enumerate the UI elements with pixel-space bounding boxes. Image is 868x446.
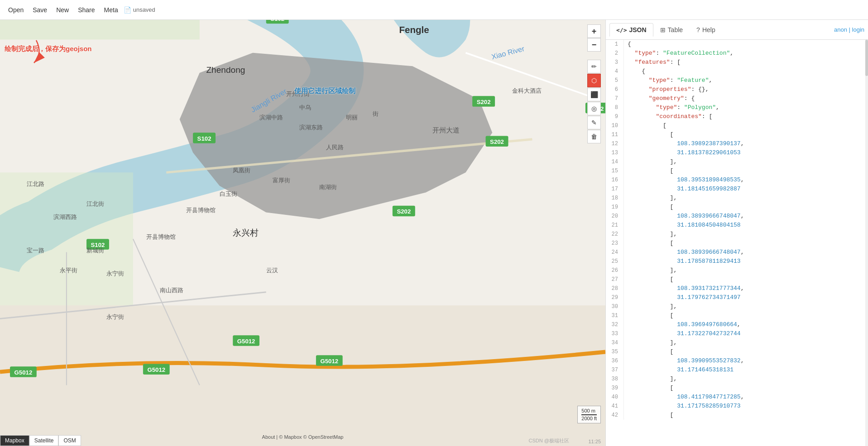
svg-text:开县博物馆: 开县博物馆 bbox=[186, 207, 216, 214]
svg-text:永宁街: 永宁街 bbox=[106, 270, 124, 277]
json-line: 38 ], bbox=[606, 375, 868, 384]
tab-mapbox[interactable]: Mapbox bbox=[0, 435, 29, 446]
map-area[interactable]: S102 S102 S102 S102 S102 S305 S202 S202 bbox=[0, 20, 605, 446]
svg-text:凤凰街: 凤凰街 bbox=[233, 167, 250, 174]
json-line: 30 ], bbox=[606, 302, 868, 311]
json-line: 5 "type": "Feature", bbox=[606, 76, 868, 85]
line-number: 40 bbox=[606, 393, 624, 402]
line-content: 31.173227042732744 bbox=[628, 329, 868, 338]
svg-text:S202: S202 bbox=[477, 99, 491, 105]
line-number: 12 bbox=[606, 139, 624, 148]
scroll-thumb[interactable] bbox=[865, 40, 868, 76]
line-content: [ bbox=[628, 166, 868, 176]
toolbar: Open Save New Share Meta 📄 unsaved bbox=[0, 0, 868, 20]
line-number: 34 bbox=[606, 338, 624, 347]
json-line: 32 108.3969497680664, bbox=[606, 320, 868, 329]
line-number: 35 bbox=[606, 347, 624, 356]
polygon-tool-button[interactable]: ⬡ bbox=[587, 74, 601, 87]
line-content: ], bbox=[628, 375, 868, 384]
line-number: 25 bbox=[606, 257, 624, 266]
main-content: S102 S102 S102 S102 S102 S305 S202 S202 bbox=[0, 20, 868, 446]
svg-text:G5012: G5012 bbox=[147, 366, 165, 373]
draw-annotation-text: 使用它进行区域绘制 bbox=[294, 87, 355, 95]
timestamp: 11:25 bbox=[588, 439, 601, 444]
line-content: 108.38939666748047, bbox=[628, 248, 868, 257]
tab-help[interactable]: ? Help bbox=[690, 23, 722, 37]
json-editor[interactable]: 1{2 "type": "FeatureCollection",3 "featu… bbox=[606, 40, 868, 446]
line-number: 30 bbox=[606, 302, 624, 311]
line-content: [ bbox=[628, 130, 868, 139]
json-line: 28 108.39317321777344, bbox=[606, 284, 868, 293]
json-line: 39 [ bbox=[606, 384, 868, 393]
tab-satellite[interactable]: Satellite bbox=[29, 435, 59, 446]
help-tab-label: Help bbox=[702, 26, 715, 33]
line-content: 108.39909553527832, bbox=[628, 356, 868, 365]
json-line: 4 { bbox=[606, 67, 868, 76]
svg-text:开县博物馆: 开县博物馆 bbox=[146, 233, 176, 240]
scale-2000ft: 2000 ft bbox=[581, 416, 597, 421]
json-line: 6 "properties": {}, bbox=[606, 85, 868, 94]
svg-text:永平街: 永平街 bbox=[60, 267, 77, 274]
share-button[interactable]: Share bbox=[74, 5, 98, 15]
line-number: 3 bbox=[606, 58, 624, 67]
line-content: 31.1714645318131 bbox=[628, 365, 868, 375]
pencil-tool-button[interactable]: ✏ bbox=[587, 60, 601, 73]
draw-annotation: 使用它进行区域绘制 bbox=[294, 87, 355, 95]
line-number: 36 bbox=[606, 356, 624, 365]
rectangle-tool-button[interactable]: ⬛ bbox=[587, 88, 601, 101]
line-number: 39 bbox=[606, 384, 624, 393]
svg-text:宝一路: 宝一路 bbox=[27, 247, 44, 254]
csdn-watermark: CSDN @极端社区 bbox=[529, 437, 569, 444]
location-tool-button[interactable]: ◎ bbox=[587, 102, 601, 115]
line-content: "geometry": { bbox=[628, 94, 868, 103]
json-line: 22 ], bbox=[606, 230, 868, 239]
svg-text:新城街: 新城街 bbox=[86, 247, 104, 254]
new-button[interactable]: New bbox=[53, 5, 72, 15]
svg-text:街: 街 bbox=[373, 110, 379, 117]
scale-bar: 500 m 2000 ft bbox=[577, 406, 601, 423]
line-content: ], bbox=[628, 230, 868, 239]
line-content: ], bbox=[628, 302, 868, 311]
line-number: 24 bbox=[606, 248, 624, 257]
json-line: 27 [ bbox=[606, 275, 868, 284]
line-content: "properties": {}, bbox=[628, 85, 868, 94]
svg-text:江北街: 江北街 bbox=[86, 200, 104, 207]
line-number: 11 bbox=[606, 130, 624, 139]
anon-link[interactable]: anon bbox=[834, 26, 847, 33]
tab-table[interactable]: ⊞ Table bbox=[653, 23, 690, 37]
line-number: 37 bbox=[606, 365, 624, 375]
table-tab-label: Table bbox=[668, 26, 683, 33]
json-line: 21 31.181084504804158 bbox=[606, 221, 868, 230]
meta-button[interactable]: Meta bbox=[101, 5, 122, 15]
svg-text:Zhendong: Zhendong bbox=[206, 65, 245, 75]
file-icon: 📄 bbox=[124, 6, 131, 14]
zoom-out-button[interactable]: − bbox=[587, 38, 601, 52]
tab-json[interactable]: </> JSON bbox=[609, 23, 653, 37]
json-line: 15 [ bbox=[606, 166, 868, 176]
delete-tool-button[interactable]: 🗑 bbox=[587, 130, 601, 143]
json-tab-label: JSON bbox=[629, 26, 646, 33]
login-link[interactable]: login bbox=[852, 26, 864, 33]
json-line: 40 108.41179847717285, bbox=[606, 393, 868, 402]
svg-text:S202: S202 bbox=[397, 208, 411, 215]
line-number: 5 bbox=[606, 76, 624, 85]
tab-osm[interactable]: OSM bbox=[58, 435, 81, 446]
save-button[interactable]: Save bbox=[29, 5, 51, 15]
unsaved-text: unsaved bbox=[133, 6, 155, 13]
json-line: 24 108.38939666748047, bbox=[606, 248, 868, 257]
svg-text:滨湖中路: 滨湖中路 bbox=[259, 114, 283, 121]
zoom-in-button[interactable]: + bbox=[587, 24, 601, 38]
line-content: ], bbox=[628, 194, 868, 203]
edit-tool-button[interactable]: ✎ bbox=[587, 116, 601, 129]
auth-separator: | bbox=[849, 26, 852, 33]
svg-text:S102: S102 bbox=[270, 20, 284, 22]
line-number: 29 bbox=[606, 293, 624, 302]
right-panel: </> JSON ⊞ Table ? Help anon | login 1{2… bbox=[605, 20, 868, 446]
line-content: [ bbox=[628, 311, 868, 320]
line-number: 1 bbox=[606, 40, 624, 49]
open-button[interactable]: Open bbox=[5, 5, 27, 15]
json-line: 31 [ bbox=[606, 311, 868, 320]
json-line: 34 ], bbox=[606, 338, 868, 347]
save-annotation: 绘制完成后，保存为geojson bbox=[5, 43, 92, 53]
scroll-indicator[interactable] bbox=[865, 40, 868, 446]
